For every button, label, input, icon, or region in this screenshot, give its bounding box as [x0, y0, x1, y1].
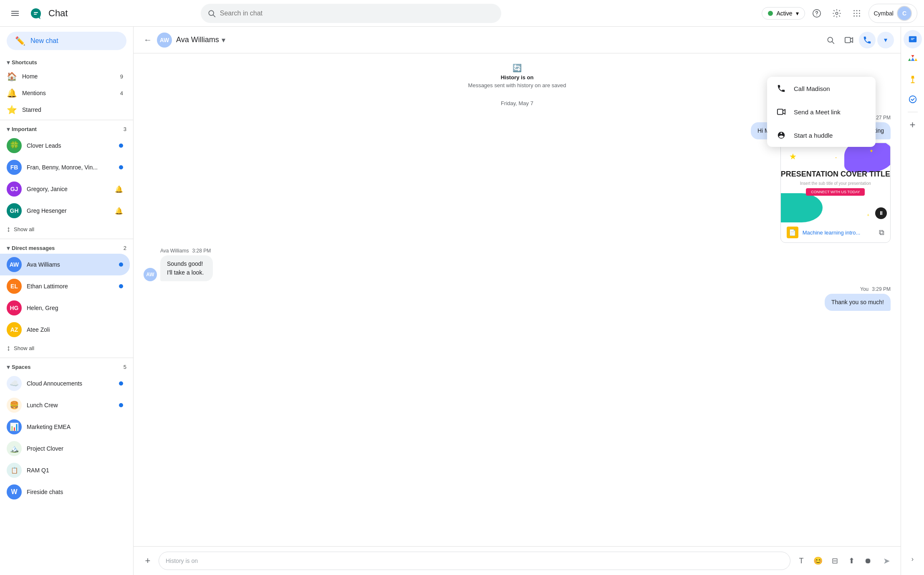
input-placeholder: History is on [166, 557, 198, 564]
right-panel-expand-button[interactable]: › [904, 550, 922, 568]
list-item[interactable]: W Fireside chats [0, 481, 130, 503]
attachment-button[interactable]: ⊟ [827, 553, 842, 568]
lunch-text: Lunch Crew [27, 401, 114, 409]
add-button[interactable]: + [140, 553, 155, 568]
svg-point-10 [856, 13, 857, 14]
chat-person-avatar: AW [157, 33, 172, 48]
list-item[interactable]: 🍀 Clover Leads [0, 135, 130, 156]
spaces-section-header[interactable]: ▾ Spaces 5 [0, 360, 133, 373]
cloud-ann-badge [119, 381, 123, 386]
record-button[interactable]: ⏺ [861, 553, 876, 568]
back-button[interactable]: ← [140, 33, 155, 48]
ava-badge [119, 262, 123, 267]
dm-show-all[interactable]: ↕ Show all [0, 340, 133, 356]
list-item[interactable]: AZ Atee Zoli [0, 319, 130, 340]
dm-expand-icon: ↕ [7, 344, 10, 353]
lunch-avatar: 🍔 [7, 398, 22, 413]
list-item[interactable]: HG Helen, Greg [0, 297, 130, 319]
sender-name: Ava Williams [160, 248, 189, 254]
message-input[interactable]: History is on [159, 552, 790, 570]
helen-name: Helen, Greg [27, 305, 58, 311]
send-button[interactable]: ➤ [879, 553, 894, 568]
search-bar[interactable] [201, 4, 501, 23]
important-section-header[interactable]: ▾ Important 3 [0, 122, 133, 135]
message-sender-info: You 3:29 PM [860, 286, 891, 292]
search-input[interactable] [220, 10, 495, 17]
list-item[interactable]: AW Ava Williams [0, 254, 130, 275]
chat-person-name[interactable]: Ava Williams ▾ [176, 35, 225, 45]
settings-icon [832, 9, 841, 18]
list-item[interactable]: 📋 RAM Q1 [0, 459, 130, 481]
project-clover-avatar: 🏔️ [7, 441, 22, 456]
status-button[interactable]: Active ▾ [762, 7, 805, 20]
shortcuts-section-header[interactable]: ▾ Shortcuts [0, 55, 133, 68]
list-item[interactable]: GJ Gregory, Janice 🔔 [0, 178, 130, 200]
dm-section-title: Direct messages [12, 245, 55, 251]
list-item[interactable]: GH Greg Hesenger 🔔 [0, 200, 130, 222]
sidebar-item-starred[interactable]: ⭐ Starred [0, 101, 130, 118]
ava-avatar: AW [7, 257, 22, 272]
message-bubble: Thank you so much! [825, 294, 891, 311]
new-chat-button[interactable]: ✏️ New chat [7, 32, 126, 50]
cloud-ann-avatar: ☁️ [7, 376, 22, 391]
upload-button[interactable]: ⬆ [844, 553, 859, 568]
list-item[interactable]: FB Fran, Benny, Monroe, Vin... [0, 156, 130, 178]
dm-section-header[interactable]: ▾ Direct messages 2 [0, 241, 133, 254]
list-item[interactable]: 🍔 Lunch Crew [0, 394, 130, 416]
sidebar-item-mentions[interactable]: 🔔 Mentions 4 [0, 85, 130, 101]
ethan-avatar: EL [7, 279, 22, 294]
right-panel-drive-button[interactable] [904, 50, 922, 68]
phone-button[interactable] [859, 32, 876, 48]
search-messages-button[interactable] [822, 32, 839, 48]
user-avatar[interactable]: C [897, 6, 912, 21]
important-show-all[interactable]: ↕ Show all [0, 222, 133, 237]
attachment-card: ★ ✦ • PRESENTATION COVER TITLE Insert th… [780, 143, 891, 243]
list-item[interactable]: 🏔️ Project Clover [0, 438, 130, 459]
greg-h-text: Greg Hesenger [27, 207, 110, 214]
important-chevron-icon: ▾ [7, 125, 10, 133]
fran-avatar: FB [7, 160, 22, 175]
settings-button[interactable] [828, 5, 845, 22]
meet-icon [775, 106, 787, 118]
copy-icon[interactable]: ⧉ [879, 228, 884, 237]
apps-button[interactable] [848, 5, 865, 22]
list-item[interactable]: EL Ethan Lattimore [0, 275, 130, 297]
input-area: + History is on T 😊 ⊟ ⬆ ⏺ ➤ [134, 546, 901, 575]
emoji-button[interactable]: 😊 [810, 553, 826, 568]
home-label: Home [22, 73, 115, 80]
mentions-label: Mentions [22, 90, 115, 96]
right-panel-add-button[interactable]: + [904, 116, 922, 134]
phone-icon [863, 35, 872, 45]
project-clover-name: Project Clover [27, 445, 63, 452]
account-area[interactable]: Cymbal C [868, 4, 917, 23]
format-button[interactable]: T [794, 553, 809, 568]
home-icon: 🏠 [7, 71, 17, 81]
person-dropdown-icon: ▾ [222, 35, 225, 45]
help-button[interactable] [808, 5, 825, 22]
send-meet-link-item[interactable]: Send a Meet link [767, 100, 876, 124]
start-huddle-item[interactable]: Start a huddle [767, 124, 876, 147]
search-messages-icon [826, 36, 835, 44]
hamburger-button[interactable] [7, 5, 23, 22]
chat-header: ← AW Ava Williams ▾ [134, 27, 901, 53]
fireside-avatar: W [7, 484, 22, 499]
helen-avatar: HG [7, 300, 22, 315]
video-call-button[interactable] [841, 32, 857, 48]
svg-rect-17 [845, 37, 851, 43]
mentions-icon: 🔔 [7, 88, 17, 98]
svg-point-7 [856, 10, 857, 11]
presentation-slide: ★ ✦ • PRESENTATION COVER TITLE Insert th… [781, 143, 890, 222]
list-item[interactable]: ☁️ Cloud Annoucements [0, 373, 130, 394]
phone-dropdown-button[interactable]: ▾ [877, 32, 894, 48]
right-panel-keep-button[interactable] [904, 70, 922, 88]
attachment-name[interactable]: Machine learning intro... [803, 229, 875, 236]
right-panel-tasks-button[interactable] [904, 90, 922, 108]
right-panel-chat-button[interactable] [904, 30, 922, 48]
status-chevron: ▾ [796, 10, 799, 17]
ethan-badge [119, 284, 123, 288]
sidebar-item-home[interactable]: 🏠 Home 9 [0, 68, 130, 85]
app-title: Chat [48, 8, 68, 19]
starred-label: Starred [22, 106, 123, 113]
list-item[interactable]: 📊 Marketing EMEA [0, 416, 130, 438]
call-madison-item[interactable]: Call Madison [767, 77, 876, 100]
